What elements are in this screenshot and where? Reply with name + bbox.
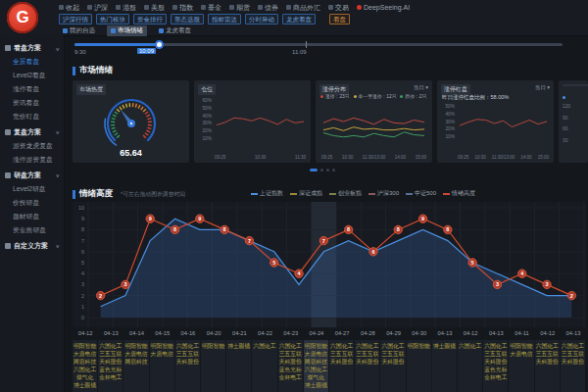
- market-tab-9[interactable]: 交易: [328, 3, 349, 13]
- stock-name[interactable]: 六国化工: [355, 342, 379, 350]
- market-tab-6[interactable]: 期货: [229, 3, 250, 13]
- sidebar-item-0-0[interactable]: 全景看盘: [0, 55, 64, 69]
- stock-name[interactable]: 六国化工: [561, 342, 585, 350]
- stock-name[interactable]: 三五互联: [175, 350, 200, 358]
- time-slider[interactable]: [74, 43, 563, 46]
- view-tab-1[interactable]: 市场情绪: [107, 25, 147, 36]
- stock-name[interactable]: 三五互联: [278, 350, 303, 358]
- sidebar-item-0-1[interactable]: Level2看盘: [0, 69, 64, 82]
- stock-name[interactable]: 明阳智能: [123, 342, 148, 350]
- legend-item[interactable]: 上证指数: [251, 189, 283, 198]
- market-tab-0[interactable]: 收起: [59, 3, 79, 13]
- period-dropdown[interactable]: 当日 ▾: [414, 84, 428, 91]
- stock-name[interactable]: 网宿科技: [123, 358, 148, 366]
- sidebar-item-0-3[interactable]: 资讯看盘: [0, 96, 64, 110]
- market-tab-10[interactable]: DeepSeeing.AI: [357, 4, 410, 11]
- stock-name[interactable]: 蓝色光标: [278, 366, 303, 373]
- stock-name[interactable]: 金杯电工: [278, 373, 303, 381]
- sidebar-section-header-3[interactable]: 自定义方案∨: [0, 237, 64, 253]
- stock-name[interactable]: 三五互联: [483, 350, 508, 358]
- stock-name[interactable]: 六国化工: [73, 366, 97, 373]
- stock-name[interactable]: 三五互联: [98, 350, 122, 358]
- stock-name[interactable]: 大唐电信: [509, 350, 533, 358]
- stock-name[interactable]: 六国化工: [98, 342, 122, 350]
- stock-name[interactable]: 天科股份: [175, 358, 200, 366]
- sidebar-item-1-1[interactable]: 涨停游资复盘: [0, 153, 64, 167]
- market-tab-2[interactable]: 港股: [116, 3, 136, 13]
- stock-name[interactable]: 天科股份: [355, 358, 379, 366]
- market-tab-7[interactable]: 债券: [258, 3, 278, 13]
- sidebar-section-header-0[interactable]: 看盘方案∨: [0, 39, 64, 55]
- stock-name[interactable]: 三五互联: [561, 350, 585, 358]
- stock-name[interactable]: 明阳智能: [407, 342, 431, 350]
- stock-name[interactable]: 煤气化: [73, 373, 97, 381]
- stock-name[interactable]: 明阳智能: [304, 342, 328, 350]
- tool-button-5[interactable]: 分时异动: [245, 14, 278, 24]
- stock-name[interactable]: 大唐电信: [150, 350, 174, 358]
- sidebar-section-header-2[interactable]: 研盘方案∨: [0, 167, 64, 182]
- stock-name[interactable]: 明阳智能: [150, 342, 174, 350]
- stock-name[interactable]: 六国化工: [175, 342, 200, 350]
- pagination-dot[interactable]: [326, 169, 329, 172]
- sidebar-item-2-0[interactable]: Level2研盘: [0, 182, 64, 196]
- stock-name[interactable]: 六国化工: [458, 342, 482, 350]
- stock-name[interactable]: 六国化工: [329, 342, 354, 350]
- tool-button-0[interactable]: 沪深行情: [59, 14, 92, 24]
- view-tab-2[interactable]: 龙虎看盘: [155, 25, 195, 36]
- stock-name[interactable]: 六国化工: [483, 342, 508, 350]
- stock-name[interactable]: 明阳智能: [201, 342, 225, 350]
- sidebar-item-2-3[interactable]: 资金面研盘: [0, 223, 64, 237]
- stock-name[interactable]: 煤气化: [304, 373, 328, 381]
- sidebar-item-0-4[interactable]: 竞价盯盘: [0, 110, 64, 123]
- stock-name[interactable]: 天科股份: [561, 358, 585, 366]
- stock-name[interactable]: 博士眼镜: [73, 381, 97, 389]
- stock-name[interactable]: 六国化工: [252, 342, 276, 350]
- stock-name[interactable]: 明阳智能: [509, 342, 533, 350]
- tool-button-1[interactable]: 热门板块: [96, 14, 129, 24]
- stock-name[interactable]: 三五互联: [535, 350, 560, 358]
- stock-name[interactable]: 博士眼镜: [432, 342, 457, 350]
- market-tab-8[interactable]: 商品外汇: [286, 3, 320, 13]
- stock-name[interactable]: 大唐电信: [73, 350, 97, 358]
- stock-name[interactable]: 博士眼镜: [304, 381, 328, 389]
- stock-name[interactable]: 三五互联: [355, 350, 379, 358]
- stock-name[interactable]: 金杯电工: [483, 373, 508, 381]
- stock-name[interactable]: 蓝色光标: [483, 366, 508, 373]
- stock-name[interactable]: 网宿科技: [304, 358, 328, 366]
- stock-name[interactable]: 天科股份: [278, 358, 303, 366]
- time-slider-handle[interactable]: [155, 40, 164, 49]
- stock-name[interactable]: 天科股份: [98, 358, 122, 366]
- stock-name[interactable]: 六国化工: [535, 342, 560, 350]
- stock-name[interactable]: 六国化工: [380, 342, 405, 350]
- stock-name[interactable]: 大唐电信: [304, 350, 328, 358]
- tool-button-4[interactable]: 指标雷达: [208, 14, 241, 24]
- period-dropdown[interactable]: 当日 ▾: [535, 84, 550, 91]
- panel-pagination[interactable]: [310, 169, 335, 172]
- tool-button-3[interactable]: 形态选股: [171, 14, 204, 24]
- stock-name[interactable]: 六国化工: [304, 366, 328, 373]
- stock-name[interactable]: 明阳智能: [73, 342, 97, 350]
- sidebar-item-2-1[interactable]: 价投研盘: [0, 196, 64, 210]
- legend-item[interactable]: 情绪高度: [443, 189, 475, 198]
- legend-item[interactable]: 创业板指: [329, 189, 362, 198]
- legend-item[interactable]: 深证成指: [290, 189, 322, 198]
- sentiment-height-chart[interactable]: 01234567891023989875478689853432: [73, 202, 586, 327]
- market-tab-5[interactable]: 基金: [201, 3, 221, 13]
- stock-name[interactable]: 天科股份: [483, 358, 508, 366]
- stock-name[interactable]: 天科股份: [380, 358, 405, 366]
- pagination-dot[interactable]: [320, 169, 323, 172]
- legend-item[interactable]: 沪深300: [368, 189, 399, 198]
- stock-name[interactable]: 大唐电信: [123, 350, 148, 358]
- stock-name[interactable]: 天科股份: [535, 358, 560, 366]
- sidebar-item-0-2[interactable]: 涨停看盘: [0, 82, 64, 96]
- market-tab-3[interactable]: 美股: [144, 3, 165, 13]
- stock-name[interactable]: 网宿科技: [73, 358, 97, 366]
- tool-button-2[interactable]: 资金排行: [133, 14, 167, 24]
- view-tab-0[interactable]: 我的自选: [59, 25, 99, 36]
- stock-name[interactable]: 三五互联: [329, 350, 354, 358]
- stock-name[interactable]: 蓝色光标: [98, 366, 122, 373]
- legend-item[interactable]: 中证500: [406, 189, 436, 198]
- pagination-dot[interactable]: [332, 169, 335, 172]
- stock-name[interactable]: 天科股份: [329, 358, 354, 366]
- sidebar-section-header-1[interactable]: 复盘方案∨: [0, 123, 64, 139]
